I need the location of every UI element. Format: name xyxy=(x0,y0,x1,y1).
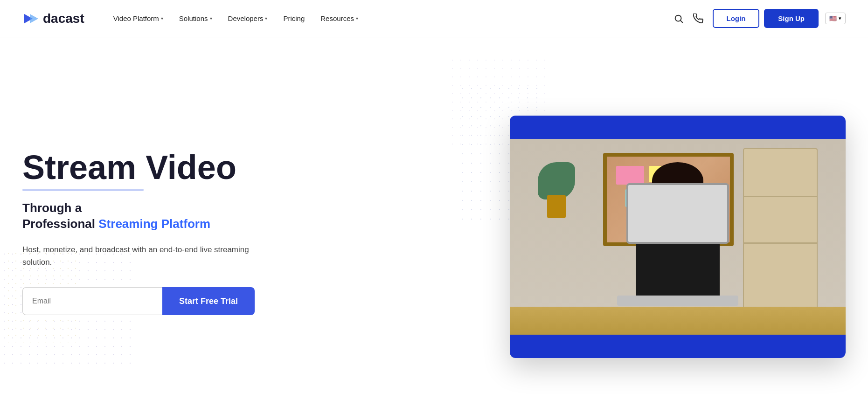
video-frame xyxy=(510,139,846,335)
chevron-down-icon: ▾ xyxy=(161,16,163,21)
cta-row: Start Free Trial xyxy=(22,287,321,315)
nav-item-developers[interactable]: Developers ▾ xyxy=(222,11,274,26)
hero-section: Stream Video Through a Professional Stre… xyxy=(0,37,868,399)
signup-button[interactable]: Sign Up xyxy=(764,9,819,28)
phone-icon xyxy=(693,14,703,24)
chevron-down-icon: ▾ xyxy=(210,16,212,21)
chevron-down-icon: ▾ xyxy=(839,15,841,21)
laptop-base xyxy=(617,296,738,306)
logo-text: dacast xyxy=(43,11,84,26)
video-top-bar xyxy=(510,116,846,139)
chevron-down-icon: ▾ xyxy=(356,16,358,21)
nav-item-video-platform[interactable]: Video Platform ▾ xyxy=(107,11,170,26)
hero-content: Stream Video Through a Professional Stre… xyxy=(22,149,340,315)
search-icon xyxy=(674,14,684,24)
hero-subtitle: Through a Professional Streaming Platfor… xyxy=(22,200,321,232)
hero-video-area xyxy=(340,106,846,358)
search-button[interactable] xyxy=(674,14,684,24)
nav-icons xyxy=(674,14,703,24)
login-button[interactable]: Login xyxy=(713,9,760,28)
bookshelf xyxy=(743,148,818,316)
video-bottom-bar xyxy=(510,335,846,358)
navbar: dacast Video Platform ▾ Solutions ▾ Deve… xyxy=(0,0,868,37)
email-input[interactable] xyxy=(22,287,162,315)
flag-icon: 🇺🇸 xyxy=(829,15,837,22)
hero-title: Stream Video xyxy=(22,149,321,186)
video-container[interactable] xyxy=(510,116,846,358)
nav-item-solutions[interactable]: Solutions ▾ xyxy=(173,11,219,26)
nav-links: Video Platform ▾ Solutions ▾ Developers … xyxy=(107,11,674,26)
plant-decoration xyxy=(538,162,575,218)
svg-marker-1 xyxy=(30,14,38,23)
svg-line-3 xyxy=(681,21,682,22)
logo-icon xyxy=(22,10,39,27)
laptop-screen xyxy=(626,183,729,244)
nav-item-resources[interactable]: Resources ▾ xyxy=(314,11,365,26)
plant-leaves xyxy=(538,162,575,200)
start-free-trial-button[interactable]: Start Free Trial xyxy=(162,287,255,315)
hero-description: Host, monetize, and broadcast with an en… xyxy=(22,243,256,268)
sticky-note-pink xyxy=(616,166,644,185)
language-selector[interactable]: 🇺🇸 ▾ xyxy=(825,13,846,24)
chevron-down-icon: ▾ xyxy=(265,16,267,21)
plant-vase xyxy=(547,195,566,218)
title-underline xyxy=(22,189,144,191)
logo[interactable]: dacast xyxy=(22,10,84,27)
nav-item-pricing[interactable]: Pricing xyxy=(277,11,311,26)
video-scene xyxy=(510,139,846,335)
desk xyxy=(510,307,846,335)
phone-button[interactable] xyxy=(693,14,703,24)
